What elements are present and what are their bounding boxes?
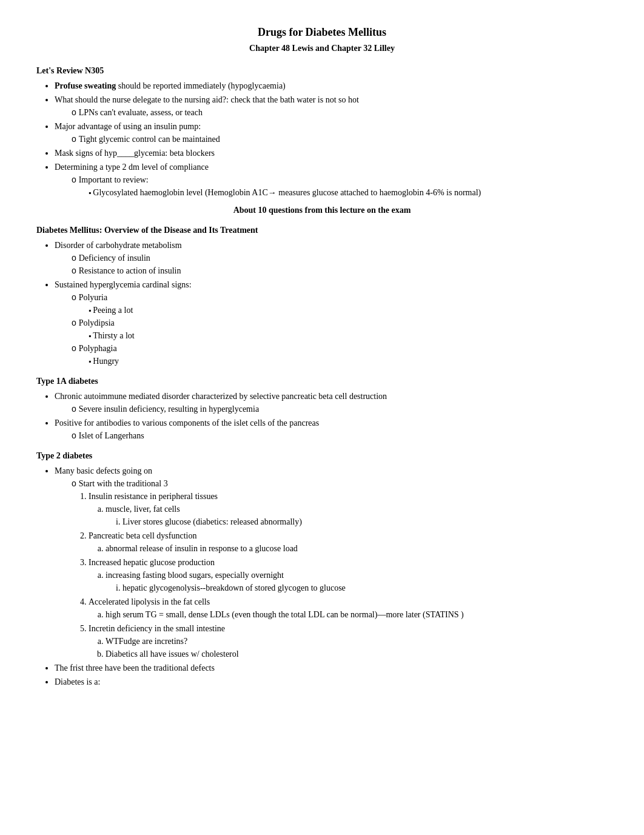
list-item: Polydipsia Thirsty a lot — [72, 317, 608, 342]
list-item: Mask signs of hyp____glycemia: beta bloc… — [55, 147, 608, 159]
sub-list: Start with the traditional 3 Insulin res… — [72, 477, 608, 660]
list-item: Thirsty a lot — [89, 329, 608, 342]
list-item: Many basic defects going on Start with t… — [55, 464, 608, 660]
list-item: abnormal release of insulin in response … — [106, 542, 608, 555]
item-text: Islet of Langerhans — [79, 431, 144, 440]
item-text: Thirsty a lot — [93, 331, 134, 340]
item-text: Diabetics all have issues w/ cholesterol — [106, 649, 239, 659]
list-item: WTFudge are incretins? — [106, 635, 608, 648]
item-text: Major advantage of using an insulin pump… — [55, 122, 201, 131]
list-item: increasing fasting blood sugars, especia… — [106, 569, 608, 594]
item-text: Positive for antibodies to various compo… — [55, 418, 319, 428]
item-text: Sustained hyperglycemia cardinal signs: — [55, 280, 192, 289]
section3-heading: Type 1A diabetes — [36, 375, 608, 387]
item-text: Polyphagia — [79, 344, 117, 353]
section-type1a: Type 1A diabetes Chronic autoimmune medi… — [36, 375, 608, 442]
item-text: Increased hepatic glucose production — [89, 558, 215, 567]
item-text: increasing fasting blood sugars, especia… — [106, 571, 284, 580]
item-text: Deficiency of insulin — [79, 253, 150, 263]
sub-list: Severe insulin deficiency, resulting in … — [72, 403, 608, 415]
list-item: Major advantage of using an insulin pump… — [55, 120, 608, 146]
bold-text: Profuse sweating — [55, 81, 116, 90]
item-text: muscle, liver, fat cells — [106, 505, 180, 514]
item-text: Peeing a lot — [93, 306, 133, 315]
list-item: Increased hepatic glucose production inc… — [89, 556, 608, 594]
list-item: Diabetes is a: — [55, 676, 608, 688]
list-item: Important to review: Glycosylated haemog… — [72, 173, 608, 199]
roman-list: hepatic glycogenolysis--breakdown of sto… — [122, 582, 608, 594]
item-text: The frist three have been the traditiona… — [55, 663, 215, 672]
section4-heading: Type 2 diabetes — [36, 449, 608, 462]
item-text: Severe insulin deficiency, resulting in … — [79, 404, 259, 414]
list-item: Tight glycemic control can be maintained — [72, 133, 608, 146]
list-item: Islet of Langerhans — [72, 429, 608, 442]
list-item: Pancreatic beta cell dysfunction abnorma… — [89, 529, 608, 555]
list-item: Insulin resistance in peripheral tissues… — [89, 490, 608, 528]
item-text: Diabetes is a: — [55, 677, 100, 686]
list-item: Hungry — [89, 355, 608, 367]
item-text: Many basic defects going on — [55, 466, 152, 475]
list-item: hepatic glycogenolysis--breakdown of sto… — [122, 582, 608, 594]
list-item: What should the nurse delegate to the nu… — [55, 93, 608, 119]
item-text: Chronic autoimmune mediated disorder cha… — [55, 392, 387, 401]
item-text: Polydipsia — [79, 318, 115, 327]
alpha-list: increasing fasting blood sugars, especia… — [106, 569, 608, 594]
alpha-list: abnormal release of insulin in response … — [106, 542, 608, 555]
section4-list: Many basic defects going on Start with t… — [55, 464, 608, 688]
item-text: WTFudge are incretins? — [106, 637, 187, 646]
list-item: Severe insulin deficiency, resulting in … — [72, 403, 608, 415]
item-text: high serum TG = small, dense LDLs (even … — [106, 610, 464, 619]
item-text: Mask signs of hyp____glycemia: beta bloc… — [55, 149, 215, 158]
item-text: should be reported immediately (hypoglyc… — [116, 81, 286, 90]
item-text: Determining a type 2 dm level of complia… — [55, 163, 209, 172]
sub-list: Deficiency of insulin Resistance to acti… — [72, 252, 608, 277]
page-subtitle: Chapter 48 Lewis and Chapter 32 Lilley — [36, 42, 608, 55]
list-item: Determining a type 2 dm level of complia… — [55, 161, 608, 199]
list-item: Glycosylated haemoglobin level (Hemoglob… — [89, 186, 608, 199]
item-text: Start with the traditional 3 — [79, 479, 168, 488]
list-item: Start with the traditional 3 Insulin res… — [72, 477, 608, 660]
section3-list: Chronic autoimmune mediated disorder cha… — [55, 390, 608, 442]
list-item: high serum TG = small, dense LDLs (even … — [106, 608, 608, 621]
item-text: Disorder of carbohydrate metabolism — [55, 241, 182, 250]
list-item: LPNs can't evaluate, assess, or teach — [72, 106, 608, 119]
list-item: Sustained hyperglycemia cardinal signs: … — [55, 278, 608, 367]
sub-list: Tight glycemic control can be maintained — [72, 133, 608, 146]
item-text: Tight glycemic control can be maintained — [79, 135, 220, 144]
list-item: Liver stores glucose (diabetics: release… — [122, 515, 608, 528]
alpha-list: muscle, liver, fat cells Liver stores gl… — [106, 503, 608, 528]
list-item: Peeing a lot — [89, 304, 608, 317]
section-dm-overview: Diabetes Mellitus: Overview of the Disea… — [36, 224, 608, 367]
item-text: Pancreatic beta cell dysfunction — [89, 531, 196, 540]
section1-heading: Let's Review N305 — [36, 64, 608, 77]
item-text: Insulin resistance in peripheral tissues — [89, 492, 218, 501]
item-text: hepatic glycogenolysis--breakdown of sto… — [122, 583, 346, 592]
item-text: LPNs can't evaluate, assess, or teach — [79, 108, 203, 117]
list-item: The frist three have been the traditiona… — [55, 662, 608, 674]
alpha-list: high serum TG = small, dense LDLs (even … — [106, 608, 608, 621]
list-item: Positive for antibodies to various compo… — [55, 417, 608, 442]
item-text: Glycosylated haemoglobin level (Hemoglob… — [93, 188, 481, 197]
list-item: Incretin deficiency in the small intesti… — [89, 622, 608, 660]
list-item: Accelerated lipolysis in the fat cells h… — [89, 595, 608, 621]
list-item: Disorder of carbohydrate metabolism Defi… — [55, 239, 608, 277]
list-item: Diabetics all have issues w/ cholesterol — [106, 648, 608, 660]
item-text: What should the nurse delegate to the nu… — [55, 95, 359, 104]
page-title: Drugs for Diabetes Mellitus — [36, 24, 608, 41]
list-item: Polyphagia Hungry — [72, 342, 608, 367]
list-item: Resistance to action of insulin — [72, 264, 608, 277]
sub-sub-list: Peeing a lot — [89, 304, 608, 317]
sub-sub-list: Glycosylated haemoglobin level (Hemoglob… — [89, 186, 608, 199]
numbered-list: Insulin resistance in peripheral tissues… — [89, 490, 608, 660]
sub-list: Polyuria Peeing a lot Polydipsia Thirsty… — [72, 291, 608, 367]
list-item: Profuse sweating should be reported imme… — [55, 79, 608, 92]
item-text: Hungry — [93, 357, 119, 366]
alpha-list: WTFudge are incretins? Diabetics all hav… — [106, 635, 608, 660]
list-item: Chronic autoimmune mediated disorder cha… — [55, 390, 608, 415]
section2-heading: Diabetes Mellitus: Overview of the Disea… — [36, 224, 608, 236]
section2-list: Disorder of carbohydrate metabolism Defi… — [55, 239, 608, 367]
list-item: Polyuria Peeing a lot — [72, 291, 608, 317]
sub-list: Islet of Langerhans — [72, 429, 608, 442]
sub-list: Important to review: Glycosylated haemog… — [72, 173, 608, 199]
item-text: Polyuria — [79, 293, 107, 302]
